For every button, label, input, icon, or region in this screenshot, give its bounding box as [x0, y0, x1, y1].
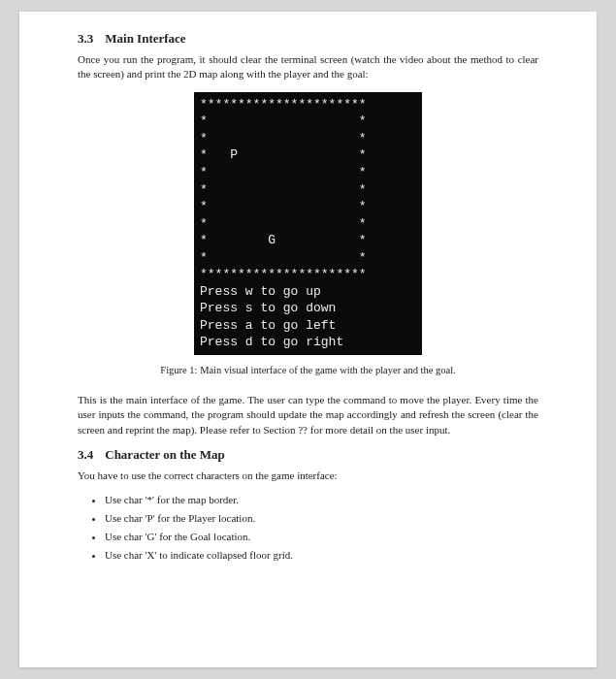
- list-item: Use char 'G' for the Goal location.: [105, 531, 538, 542]
- figure-caption: Figure 1: Main visual interface of the g…: [78, 365, 538, 375]
- document-page: 3.3Main Interface Once you run the progr…: [19, 12, 597, 667]
- list-item: Use char 'P' for the Player location.: [105, 512, 538, 524]
- terminal-output: ********************** * * * * * P * * *…: [194, 92, 422, 355]
- section-number: 3.4: [78, 447, 93, 463]
- section2-intro: You have to use the correct characters o…: [78, 469, 538, 483]
- section-title: Character on the Map: [105, 447, 225, 462]
- section-after-text: This is the main interface of the game. …: [78, 393, 538, 437]
- list-item: Use char '*' for the map border.: [105, 494, 538, 505]
- section-title: Main Interface: [105, 31, 185, 46]
- list-item: Use char 'X' to indicate collapsed floor…: [105, 549, 538, 561]
- section-number: 3.3: [78, 31, 93, 47]
- section-heading-3-3: 3.3Main Interface: [78, 31, 538, 47]
- section-intro-text: Once you run the program, it should clea…: [78, 52, 538, 82]
- section-heading-3-4: 3.4Character on the Map: [78, 447, 538, 463]
- bullet-list: Use char '*' for the map border. Use cha…: [105, 494, 538, 561]
- terminal-figure-wrap: ********************** * * * * * P * * *…: [78, 92, 538, 355]
